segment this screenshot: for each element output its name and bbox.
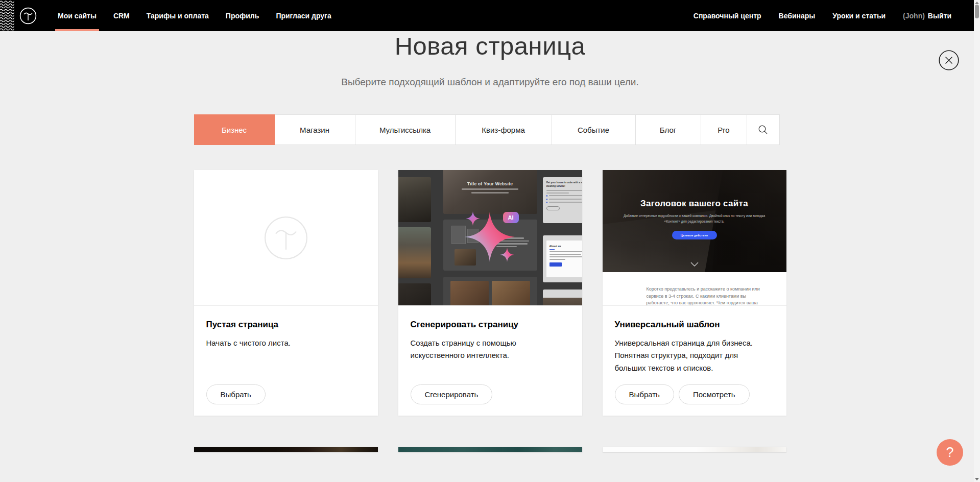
zigzag-pattern-decoration — [0, 0, 14, 31]
preview-photo-tile — [398, 283, 431, 306]
tab-pro[interactable]: Pro — [701, 114, 747, 145]
card-description: Универсальная страница для бизнеса. Поня… — [615, 337, 768, 374]
nav-crm[interactable]: CRM — [113, 0, 130, 31]
template-card-ai-generate: Title of Your Website — [398, 170, 582, 416]
card-actions: Выбрать — [206, 384, 266, 404]
template-card-partial[interactable] — [603, 447, 786, 452]
tab-quiz-form[interactable]: Квиз-форма — [455, 114, 552, 145]
help-button[interactable]: ? — [937, 439, 963, 466]
template-body-text: Коротко представьтесь и расскажите о ком… — [647, 286, 762, 306]
tab-multilink[interactable]: Мультиссылка — [355, 114, 456, 145]
template-grid: Пустая страница Начать с чистого листа. … — [194, 170, 786, 416]
nav-lessons[interactable]: Уроки и статьи — [832, 12, 886, 20]
choose-button[interactable]: Выбрать — [615, 384, 674, 404]
universal-template-preview[interactable]: Заголовок вашего сайта Добавьте интересн… — [603, 170, 786, 306]
page-subtitle: Выберите подходящий шаблон и адаптируйте… — [194, 76, 786, 89]
main-nav: Мои сайты CRM Тарифы и оплата Профиль Пр… — [58, 0, 348, 31]
secondary-nav: Справочный центр Вебинары Уроки и статьи… — [694, 12, 951, 20]
template-hero-title: Заголовок вашего сайта — [603, 199, 786, 209]
view-button[interactable]: Посмотреть — [679, 384, 750, 404]
template-hero-section: Заголовок вашего сайта Добавьте интересн… — [603, 170, 786, 272]
template-body-section: Коротко представьтесь и расскажите о ком… — [603, 272, 786, 306]
preview-photo-tile — [398, 227, 431, 278]
tab-store[interactable]: Магазин — [274, 114, 355, 145]
preview-text-card-tile: Get your house in order with a smart cle… — [543, 177, 582, 223]
logout-link[interactable]: Выйти — [928, 12, 951, 20]
template-category-tabs: Бизнес Магазин Мультиссылка Квиз-форма С… — [194, 114, 786, 145]
tab-blog[interactable]: Блог — [635, 114, 701, 145]
card-actions: Сгенерировать — [411, 384, 493, 404]
top-nav-bar: Мои сайты CRM Тарифы и оплата Профиль Пр… — [0, 0, 974, 31]
preview-photo-tile — [398, 177, 431, 222]
tilda-watermark-icon — [194, 170, 378, 305]
ai-badge: AI — [503, 212, 519, 223]
template-card-universal: Заголовок вашего сайта Добавьте интересн… — [603, 170, 786, 416]
new-page-dialog: Новая страница Выберите подходящий шабло… — [194, 32, 786, 452]
nav-help-center[interactable]: Справочный центр — [694, 12, 761, 20]
chevron-down-icon — [690, 259, 699, 269]
card-title: Универсальный шаблон — [615, 320, 774, 330]
text-line-placeholder — [462, 188, 518, 190]
scrollbar[interactable] — [974, 0, 980, 482]
template-card-partial[interactable] — [194, 447, 378, 452]
page-title: Новая страница — [194, 32, 786, 60]
card-info: Универсальный шаблон Универсальная стран… — [603, 306, 786, 374]
tab-event[interactable]: Событие — [552, 114, 636, 145]
nav-webinars[interactable]: Вебинары — [779, 12, 816, 20]
scrollbar-thumb[interactable] — [975, 5, 979, 18]
tab-business[interactable]: Бизнес — [194, 114, 275, 145]
template-card-blank: Пустая страница Начать с чистого листа. … — [194, 170, 378, 416]
ai-sparkle-small-icon — [466, 211, 480, 226]
card-title: Сгенерировать страницу — [411, 320, 570, 330]
preview-hero-tile: Title of Your Website — [443, 170, 537, 214]
preview-photos-tile — [443, 277, 537, 306]
blank-page-preview[interactable] — [194, 170, 378, 306]
nav-tariffs[interactable]: Тарифы и оплата — [147, 0, 209, 31]
card-description: Создать страницу с помощью искусственног… — [411, 337, 564, 362]
choose-button[interactable]: Выбрать — [206, 384, 266, 404]
template-card-partial[interactable] — [398, 447, 582, 452]
user-session-group: (John) Выйти — [903, 12, 951, 20]
card-actions: Выбрать Посмотреть — [615, 384, 750, 404]
scrollbar-up-arrow[interactable] — [975, 2, 979, 4]
preview-photo-tile — [543, 290, 582, 306]
card-info: Сгенерировать страницу Создать страницу … — [398, 306, 582, 362]
scrollbar-down-arrow[interactable] — [975, 478, 979, 480]
search-icon — [758, 125, 768, 135]
close-icon — [939, 50, 959, 70]
preview-about-tile: About us — [543, 235, 582, 282]
template-cta-button: Целевое действие — [672, 231, 717, 239]
card-info: Пустая страница Начать с чистого листа. — [194, 306, 378, 349]
search-tab[interactable] — [747, 114, 780, 145]
nav-profile[interactable]: Профиль — [226, 0, 259, 31]
template-grid-row2 — [194, 447, 786, 452]
generate-button[interactable]: Сгенерировать — [411, 384, 493, 404]
tilda-logo[interactable] — [19, 7, 37, 25]
ai-sparkle-small-icon — [500, 248, 514, 262]
template-hero-text: Добавьте интересные подробности о вашей … — [619, 213, 770, 224]
card-title: Пустая страница — [206, 320, 366, 330]
user-name: (John) — [903, 12, 925, 20]
ai-generate-preview[interactable]: Title of Your Website — [398, 170, 582, 306]
card-description: Начать с чистого листа. — [206, 337, 360, 349]
nav-invite-friend[interactable]: Пригласи друга — [276, 0, 331, 31]
nav-my-sites[interactable]: Мои сайты — [58, 0, 97, 31]
close-button[interactable] — [939, 50, 959, 70]
text-line-placeholder — [471, 192, 509, 194]
